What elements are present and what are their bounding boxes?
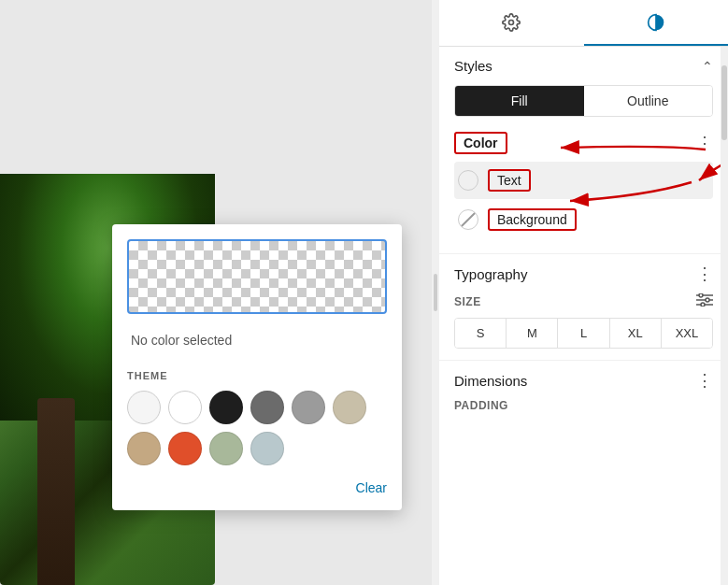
size-l[interactable]: L <box>558 319 609 348</box>
dimensions-more-options[interactable]: ⋮ <box>696 372 713 389</box>
half-circle-icon <box>647 13 665 32</box>
svg-point-8 <box>701 303 705 307</box>
typography-title: Typography <box>454 266 527 282</box>
panel-divider <box>432 0 439 585</box>
color-preview-area[interactable] <box>127 239 387 314</box>
text-color-row[interactable]: Text <box>454 162 713 199</box>
swatch-warm-tan[interactable] <box>127 432 161 465</box>
color-swatches <box>127 391 387 465</box>
divider-handle <box>434 274 437 311</box>
typography-header: Typography ⋮ <box>454 265 713 282</box>
styles-title: Styles <box>454 58 492 74</box>
dimensions-header: Dimensions ⋮ <box>454 372 713 389</box>
tab-settings[interactable] <box>439 0 584 46</box>
swatch-pure-white[interactable] <box>168 391 202 424</box>
color-label-row: Color ⋮ <box>454 132 713 154</box>
background-color-label: Background <box>488 208 577 231</box>
no-color-label: No color selected <box>127 325 387 355</box>
svg-point-7 <box>706 298 709 302</box>
color-picker-popup: No color selected THEME Clear <box>112 224 402 510</box>
swatch-orange-red[interactable] <box>168 432 202 465</box>
text-color-circle[interactable] <box>458 170 478 191</box>
size-xxl[interactable]: XXL <box>662 319 712 348</box>
settings-content: Styles ⌃ Fill Outline Color <box>439 47 728 585</box>
tab-styles[interactable] <box>584 0 729 46</box>
styles-section-header: Styles ⌃ <box>454 58 713 74</box>
styles-section: Styles ⌃ Fill Outline Color <box>439 47 728 254</box>
style-toggle: Fill Outline <box>454 85 713 117</box>
swatch-light-blue-gray[interactable] <box>250 432 284 465</box>
color-label: Color <box>454 132 507 154</box>
color-more-options[interactable]: ⋮ <box>696 135 713 151</box>
svg-point-6 <box>699 293 703 297</box>
color-subsection: Text Background <box>454 162 713 238</box>
size-label: SIZE <box>454 295 481 308</box>
swatch-medium-gray[interactable] <box>292 391 325 424</box>
size-s[interactable]: S <box>455 319 507 348</box>
svg-point-0 <box>509 21 514 25</box>
left-panel: No color selected THEME Clear <box>0 0 432 585</box>
swatch-tan[interactable] <box>333 391 366 424</box>
scroll-thumb[interactable] <box>721 65 727 140</box>
swatch-dark-gray[interactable] <box>250 391 284 424</box>
swatch-sage-green[interactable] <box>209 432 243 465</box>
typography-section: Typography ⋮ SIZE S <box>439 254 728 361</box>
scrollbar[interactable] <box>721 47 728 585</box>
background-color-row[interactable]: Background <box>454 201 713 238</box>
size-xl[interactable]: XL <box>610 319 662 348</box>
filter-icon[interactable] <box>696 293 713 310</box>
padding-label: PADDING <box>454 399 508 412</box>
outline-button[interactable]: Outline <box>584 86 713 116</box>
size-m[interactable]: M <box>507 319 558 348</box>
top-tabs <box>439 0 728 47</box>
text-color-label: Text <box>488 169 531 192</box>
swatch-white[interactable] <box>127 391 161 424</box>
clear-button[interactable]: Clear <box>127 480 387 495</box>
theme-label: THEME <box>127 370 387 381</box>
right-panel: Styles ⌃ Fill Outline Color <box>439 0 728 585</box>
chevron-up-icon[interactable]: ⌃ <box>702 59 713 74</box>
dimensions-title: Dimensions <box>454 373 527 389</box>
size-label-row: SIZE <box>454 293 713 310</box>
size-buttons: S M L XL XXL <box>454 318 713 349</box>
swatch-black[interactable] <box>209 391 243 424</box>
fill-button[interactable]: Fill <box>455 86 584 116</box>
dimensions-section: Dimensions ⋮ PADDING <box>439 361 728 424</box>
gear-icon <box>502 13 521 32</box>
typography-more-options[interactable]: ⋮ <box>696 265 713 282</box>
background-color-circle[interactable] <box>458 209 478 230</box>
